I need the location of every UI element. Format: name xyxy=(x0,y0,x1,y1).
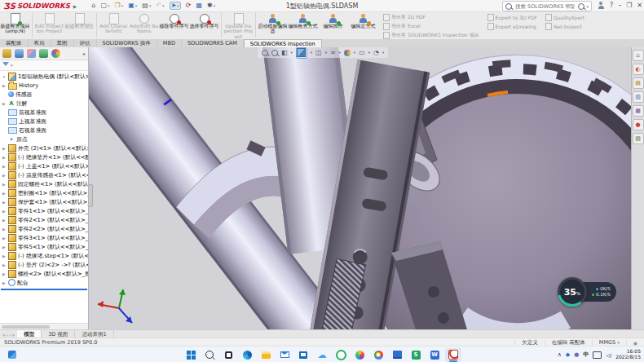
view-settings-icon[interactable]: ◔ xyxy=(373,50,379,56)
tree-item[interactable]: ▶零件1<1> (默认<<默认>_显示状态 xyxy=(0,206,88,215)
tree-item[interactable]: ▶(-) 绝缘堵.step<1> (默认<<默认>_ xyxy=(0,251,88,260)
search-go-icon[interactable] xyxy=(578,3,584,10)
hud-dropdown-icon[interactable]: ▾ xyxy=(291,51,293,55)
tree-item[interactable]: ▶配合 xyxy=(0,278,88,287)
section-view-icon[interactable]: ◧ xyxy=(281,50,288,56)
ribbon-doc-plus-button[interactable]: 新建检查项目(amp;N) xyxy=(0,11,30,39)
tree-item[interactable]: ▶(-) 绝缘垫片<1> (默认<<默认>_显 xyxy=(0,152,88,161)
panel-tabs-overflow-icon[interactable]: ▸ xyxy=(83,51,86,56)
widgets-button[interactable] xyxy=(4,348,20,362)
zoom-fit-icon[interactable] xyxy=(262,50,268,56)
hud-dropdown-icon[interactable]: ▾ xyxy=(368,51,370,55)
tree-horizontal-scrollbar[interactable] xyxy=(0,323,88,329)
command-tab-SOLIDWORKS Inspection[interactable]: SOLIDWORKS Inspection xyxy=(244,39,322,47)
tree-item[interactable]: ⌖原点 xyxy=(0,135,88,143)
taskbar-chrome-button[interactable] xyxy=(370,348,386,362)
hide-show-items-icon[interactable]: ∞ xyxy=(330,50,336,56)
taskbar-clock[interactable]: 16:052022/8/15 xyxy=(615,349,641,360)
property-manager-tab[interactable] xyxy=(15,49,24,58)
tree-item[interactable]: ▶外壳 (2)<1> (默认<<默认>_显示状 xyxy=(0,143,88,152)
command-tab-草图[interactable]: 草图 xyxy=(51,39,74,47)
export-item[interactable]: 导出至 Excel xyxy=(383,23,479,30)
scrollbar-thumb[interactable] xyxy=(2,325,50,329)
taskbar-docs-green-button[interactable]: S xyxy=(408,348,424,362)
help-button[interactable]: ? xyxy=(610,2,613,9)
taskbar-edge-button[interactable] xyxy=(239,348,255,362)
new-button[interactable]: ▢▾ xyxy=(100,2,109,9)
hud-dropdown-icon[interactable]: ▾ xyxy=(382,51,384,55)
export-item[interactable]: 导出至 SOLIDWORKS Inspection 项目 xyxy=(383,32,479,39)
ribbon-balloon-select-button[interactable]: 选择零件序号 xyxy=(189,11,219,39)
ribbon-doc-report-button[interactable]: 新建检查报告 xyxy=(64,11,95,39)
tree-item[interactable]: 前视基准面 xyxy=(0,108,88,117)
monitor-icon[interactable] xyxy=(593,351,602,359)
tree-item[interactable]: ▶(-) 温度传感器<1> (默认<<默认>_ xyxy=(0,170,88,179)
login-icon[interactable] xyxy=(598,2,605,9)
cad-model-canvas[interactable] xyxy=(88,47,632,329)
tree-item[interactable]: ▶保护套<1> (默认<<默认>_显示状 xyxy=(0,197,88,206)
ribbon-template-editor-button[interactable]: 启动模板编辑器 xyxy=(258,11,288,39)
command-tab-装配体[interactable]: 装配体 xyxy=(0,39,29,47)
home-button[interactable]: ⌂ xyxy=(91,2,95,9)
taskbar-task-view-button[interactable] xyxy=(220,348,236,362)
dimxpert-manager-tab[interactable] xyxy=(39,49,48,58)
tree-item[interactable]: ▶零件2<1> (默认<<默认>_显示状 xyxy=(0,215,88,224)
net-speed-widget[interactable]: 35 % 0K/S 0.1K/S xyxy=(558,277,616,307)
tree-item[interactable]: 上视基准面 xyxy=(0,117,88,126)
view-palette-tab[interactable]: ▦ xyxy=(633,105,644,117)
ribbon-balloon-add-button[interactable]: Add/Edit Balloons xyxy=(129,11,159,39)
display-style-icon[interactable]: ◫ xyxy=(315,50,322,56)
status-help-icon[interactable]: ◉ xyxy=(626,340,644,346)
undo-button[interactable]: ↶▾ xyxy=(156,2,164,9)
view-orientation-button[interactable] xyxy=(296,47,307,59)
command-tab-SOLIDWORKS 插件[interactable]: SOLIDWORKS 插件 xyxy=(97,39,157,47)
export-item[interactable]: Export to 3D PDF xyxy=(487,14,538,21)
solidworks-resources-tab[interactable]: ◐ xyxy=(633,64,644,75)
appearances-tab[interactable]: ● xyxy=(633,119,644,130)
taskbar-start-button[interactable] xyxy=(183,348,199,362)
graphics-viewport[interactable]: ◧▾▾◫▾∞▾▾▭▾◔▾ 35 % 0K/S 0.1K/S xyxy=(88,47,632,329)
taskbar-solidworks-button[interactable] xyxy=(445,348,461,362)
tree-item[interactable]: ▶零件2<2> (默认<<默认>_显示状 xyxy=(0,224,88,233)
tree-item[interactable]: ▶(-) 上盖<1> (默认<<默认>_显示状 xyxy=(0,161,88,170)
command-tab-MBD[interactable]: MBD xyxy=(157,39,182,47)
taskbar-remote-desktop-button[interactable] xyxy=(389,348,405,362)
first-tab-button[interactable]: « xyxy=(2,332,6,338)
tree-item[interactable]: ▶History xyxy=(0,81,88,90)
save-button[interactable]: ▣▾ xyxy=(128,2,137,9)
tree-item[interactable]: ▶固定螺栓<1> (默认<<默认>_显示 xyxy=(0,179,88,188)
apply-scene-icon[interactable]: ▭ xyxy=(359,50,365,56)
command-tab-评估[interactable]: 评估 xyxy=(74,39,97,47)
taskbar-search-button[interactable] xyxy=(201,348,218,362)
hud-dropdown-icon[interactable]: ▾ xyxy=(354,51,355,55)
ribbon-doc-edit-button[interactable]: Edit Inspection Project xyxy=(34,11,64,39)
command-tab-布局[interactable]: 布局 xyxy=(29,39,51,47)
last-tab-button[interactable]: » xyxy=(11,332,15,338)
taskbar-cloud-button[interactable]: ☁ xyxy=(314,348,330,362)
prev-tab-button[interactable]: ‹ xyxy=(7,332,8,338)
edit-appearance-icon[interactable] xyxy=(344,50,351,56)
design-library-tab[interactable]: ▤ xyxy=(633,77,644,89)
rollback-bar[interactable] xyxy=(1,289,87,290)
units-dropdown-icon[interactable]: ▾ xyxy=(617,340,620,345)
home-tab[interactable]: ⌂ xyxy=(633,50,644,61)
taskbar-wps-blue-button[interactable]: W xyxy=(426,348,443,362)
tree-item[interactable]: 右视基准面 xyxy=(0,126,88,135)
tree-item[interactable]: ▶A注解 xyxy=(0,99,88,108)
ribbon-edit-operations-button[interactable]: 编辑操作 xyxy=(318,11,348,39)
hud-dropdown-icon[interactable]: ▾ xyxy=(339,51,341,55)
tree-root-item[interactable]: ▾1型铝轴热电偶 (默认<默认>_显示状态-1 xyxy=(0,72,88,81)
command-tab-SOLIDWORKS CAM[interactable]: SOLIDWORKS CAM xyxy=(182,39,244,47)
custom-properties-tab[interactable]: ▧ xyxy=(633,133,644,144)
taskbar-mail-button[interactable] xyxy=(276,348,293,362)
ribbon-edit-macro-button[interactable]: 编辑宏方式 xyxy=(348,11,378,39)
export-item[interactable]: Net-Inspect xyxy=(545,23,584,30)
tree-item[interactable]: 传感器 xyxy=(0,90,88,99)
taskbar-store-button[interactable] xyxy=(295,348,311,362)
input-ball-icon[interactable]: ● xyxy=(574,351,579,358)
configuration-manager-tab[interactable] xyxy=(27,49,36,58)
export-item[interactable]: Export eDrawing xyxy=(487,23,538,30)
close-button[interactable]: ✕ xyxy=(637,2,642,9)
minimize-button[interactable]: – xyxy=(618,2,621,9)
restore-button[interactable]: ❐ xyxy=(626,2,632,9)
